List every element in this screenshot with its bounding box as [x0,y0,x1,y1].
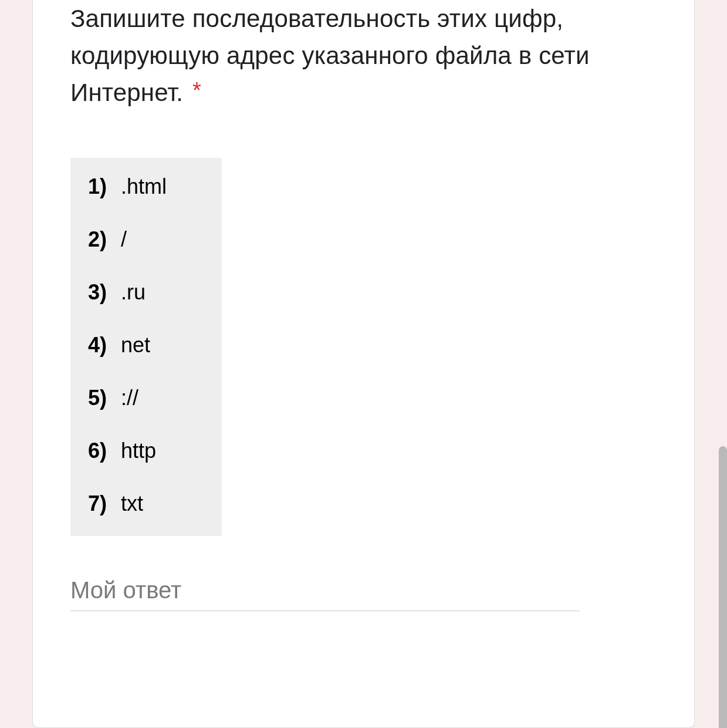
fragment-value: .ru [121,280,146,305]
answer-input[interactable] [70,572,580,611]
list-item: 2) / [88,227,208,252]
fragment-value: .html [121,174,167,199]
fragment-number: 3) [88,280,121,305]
form-card: Запишите последовательность этих цифр, к… [32,0,695,728]
fragment-number: 4) [88,333,121,358]
question-text: Запишите последовательность этих цифр, к… [70,0,657,111]
list-item: 5) :// [88,386,208,410]
fragment-number: 1) [88,174,121,199]
scrollbar-thumb[interactable] [719,446,727,728]
list-item: 1) .html [88,174,208,199]
fragment-value: :// [121,386,138,410]
fragment-value: http [121,439,156,463]
fragment-value: txt [121,491,143,516]
fragment-number: 2) [88,227,121,252]
answer-field [70,572,580,611]
list-item: 6) http [88,439,208,463]
list-item: 4) net [88,333,208,358]
fragments-box: 1) .html 2) / 3) .ru 4) net 5) :// 6) ht… [70,158,222,536]
list-item: 3) .ru [88,280,208,305]
list-item: 7) txt [88,491,208,516]
fragment-value: net [121,333,150,358]
fragment-number: 6) [88,439,121,463]
required-star-icon: * [192,78,201,103]
fragment-number: 7) [88,491,121,516]
fragment-value: / [121,227,127,252]
fragment-number: 5) [88,386,121,410]
question-label: Запишите последовательность этих цифр, к… [70,5,590,106]
